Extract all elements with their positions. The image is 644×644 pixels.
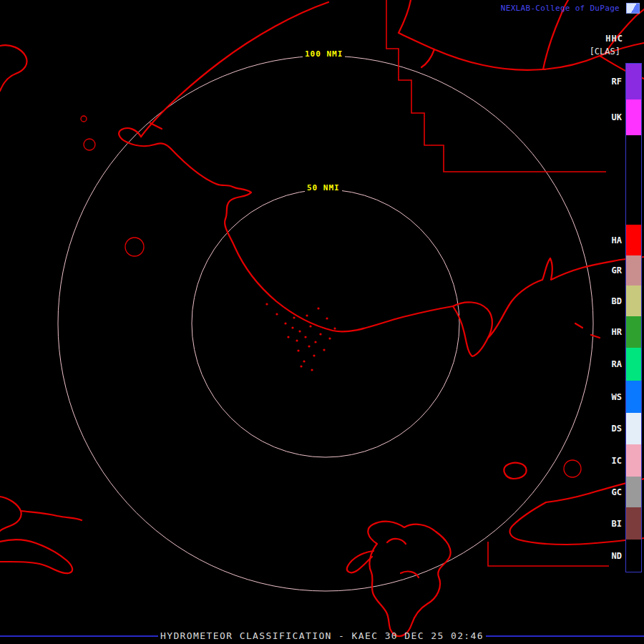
brand-text: NEXLAB-College of DuPage [501,4,620,13]
legend-label-rf: RF [597,77,622,87]
coast-bottomright-island [504,463,526,479]
legend-spacer [626,135,641,225]
product-mode-label: [CLAS] [590,47,620,57]
coast-big-island-detail-1 [387,539,406,544]
coast-nw-islet [150,123,162,129]
legend-label-ra: RA [597,359,622,369]
radar-screen: 100 NMI 50 NMI NEXLAB-College of DuPage … [0,0,644,644]
coast-big-island-detail-2 [401,572,419,577]
range-ring-label-50nmi: 50 NMI [305,183,342,192]
legend-label-ws: WS [597,392,622,402]
range-ring-100nmi [58,56,593,591]
legend-swatch-nd [626,540,641,572]
footer-title: HYDROMETEOR CLASSIFICATION - KAEC 30 DEC… [0,630,644,641]
radar-echo-dots [265,303,336,371]
product-code-label: HHC [605,34,623,44]
legend-swatch-ic [626,444,641,477]
coast-bottomright [510,479,644,545]
legend-label-hr: HR [597,327,622,337]
map-circle-2 [81,116,87,122]
legend-colorbar [625,63,642,572]
coastline-outlines [0,0,644,636]
legend-label-uk: UK [597,112,622,122]
legend-label-nd: ND [597,551,622,561]
coast-big-island [368,522,450,636]
legend-label-ic: IC [597,456,622,466]
map-circle-1 [84,139,95,150]
range-ring-label-100nmi: 100 NMI [303,49,345,59]
zone-boundaries [386,0,609,566]
legend-label-gc: GC [597,487,622,497]
legend-label-gr: GR [597,265,622,275]
legend-swatch-rf [626,64,641,99]
range-rings [58,56,593,591]
legend-swatch-hr [626,316,641,348]
coast-southeast [171,149,453,331]
legend-swatch-ws [626,381,641,413]
legend-label-ds: DS [597,424,622,434]
coast-topright-squiggle [421,49,434,67]
legend-swatch-uk [626,99,641,135]
coast-bottomleft-blob [0,497,21,531]
legend-label-bd: BD [597,296,622,306]
map-circle-3 [125,238,144,256]
boundary-stairstep [386,0,606,172]
coast-nw-arc [141,2,328,137]
coast-topleft-blob [0,45,27,91]
legend-swatch-ha [626,225,641,255]
legend-swatch-bi [626,507,641,540]
map-circle-4 [564,460,581,477]
legend-swatch-gr [626,255,641,286]
legend-swatch-gc [626,477,641,507]
coast-east-speck-1 [575,323,582,328]
coast-bottomleft-squiggle [0,540,72,573]
cod-logo-icon [626,3,640,14]
map-circle-symbols [81,116,581,477]
legend-swatch-bd [626,286,641,316]
boundary-bottomright [488,542,609,566]
legend-label-bi: BI [597,519,622,529]
radar-map [0,0,644,644]
legend-label-ha: HA [597,235,622,245]
legend-swatch-ds [626,413,641,444]
legend-swatch-ra [626,348,641,381]
coast-bottomleft-line [21,511,82,520]
range-ring-50nmi [192,190,459,457]
